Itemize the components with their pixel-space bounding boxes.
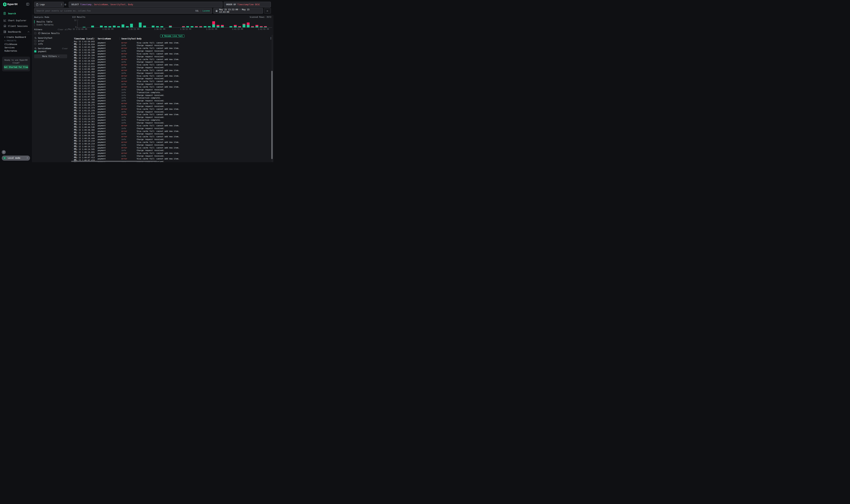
histogram-bar[interactable] bbox=[108, 26, 111, 28]
histogram-bar[interactable] bbox=[122, 24, 124, 28]
histogram-bar[interactable] bbox=[130, 24, 133, 28]
row-expand-icon[interactable]: › bbox=[72, 105, 74, 107]
mode-event-patterns[interactable]: Event Patterns bbox=[34, 23, 67, 26]
row-expand-icon[interactable]: › bbox=[72, 72, 74, 74]
sql-select-input[interactable]: SELECT Timestamp, ServiceName, SeverityT… bbox=[69, 2, 222, 7]
row-expand-icon[interactable]: › bbox=[72, 122, 74, 124]
sidebar-item-services[interactable]: Services bbox=[4, 47, 15, 49]
sidebar-item-clickhouse[interactable]: Clickhouse bbox=[4, 43, 17, 46]
histogram-bar[interactable] bbox=[199, 26, 202, 28]
sidebar-item-client-sessions[interactable]: Client Sessions bbox=[0, 24, 32, 28]
row-expand-icon[interactable]: › bbox=[72, 141, 74, 143]
column-header-timestamp[interactable]: Timestamp (Local) bbox=[74, 37, 94, 40]
create-dashboard-button[interactable]: + Create Dashboard bbox=[4, 36, 26, 38]
source-select[interactable]: Logs ▲▼ bbox=[34, 2, 64, 7]
row-expand-icon[interactable]: › bbox=[72, 61, 74, 63]
histogram-bar[interactable] bbox=[83, 27, 86, 28]
column-header-severitytext[interactable]: SeverityText bbox=[121, 37, 136, 40]
vertical-scrollbar[interactable] bbox=[272, 35, 273, 162]
row-expand-icon[interactable]: › bbox=[72, 48, 74, 49]
toggle-lucene[interactable]: Lucene bbox=[202, 10, 210, 12]
row-expand-icon[interactable]: › bbox=[72, 67, 74, 69]
histogram-bar[interactable] bbox=[251, 26, 254, 28]
row-expand-icon[interactable]: › bbox=[72, 139, 74, 140]
sidebar-item-chart-explorer[interactable]: Chart Explorer bbox=[0, 18, 32, 23]
row-expand-icon[interactable]: › bbox=[72, 78, 74, 79]
run-query-button[interactable]: ▷ bbox=[264, 8, 271, 14]
sidebar-collapse-icon[interactable] bbox=[26, 3, 29, 6]
row-expand-icon[interactable]: › bbox=[72, 64, 74, 66]
histogram-bar[interactable] bbox=[100, 25, 103, 28]
row-expand-icon[interactable]: › bbox=[72, 116, 74, 118]
row-expand-icon[interactable]: › bbox=[72, 56, 74, 57]
histogram-bar[interactable] bbox=[238, 26, 241, 28]
histogram-bar[interactable] bbox=[143, 25, 146, 28]
filter-group-clear-button[interactable]: Clear bbox=[62, 48, 68, 50]
histogram-bar[interactable] bbox=[186, 26, 189, 28]
row-expand-icon[interactable]: › bbox=[72, 89, 74, 91]
histogram-bar[interactable] bbox=[191, 26, 194, 28]
histogram-bar[interactable] bbox=[195, 26, 198, 28]
histogram-bar[interactable] bbox=[247, 22, 250, 28]
histogram-bar[interactable] bbox=[182, 26, 185, 28]
histogram-bar[interactable] bbox=[230, 26, 232, 28]
vertical-scrollbar-thumb[interactable] bbox=[271, 71, 273, 159]
more-filters-button[interactable]: More filters bbox=[34, 54, 67, 58]
sidebar-item-dashboards[interactable]: Dashboards bbox=[0, 30, 32, 34]
user-menu[interactable]: U Local mode bbox=[2, 156, 30, 161]
histogram-bar[interactable] bbox=[217, 25, 219, 28]
filter-checkbox-error[interactable] bbox=[34, 40, 36, 42]
row-expand-icon[interactable]: › bbox=[72, 58, 74, 60]
histogram-bar[interactable] bbox=[91, 25, 94, 28]
histogram-bar[interactable] bbox=[113, 25, 115, 28]
filter-checkbox-payment[interactable]: ✓ bbox=[34, 50, 36, 53]
help-button[interactable]: ? bbox=[2, 150, 6, 154]
row-expand-icon[interactable]: › bbox=[72, 125, 74, 126]
histogram-bar[interactable] bbox=[208, 26, 211, 28]
row-expand-icon[interactable]: › bbox=[72, 147, 74, 148]
column-resize-handle[interactable] bbox=[96, 37, 96, 40]
row-expand-icon[interactable]: › bbox=[72, 108, 74, 110]
time-range-picker[interactable]: May 15 13:32:00 - May 15 13:43:00 bbox=[213, 8, 263, 14]
row-expand-icon[interactable]: › bbox=[72, 136, 74, 138]
sidebar-item-kubernetes[interactable]: Kubernetes bbox=[4, 50, 17, 52]
column-header-servicename[interactable]: ServiceName bbox=[98, 37, 111, 40]
histogram-bar[interactable] bbox=[264, 26, 267, 28]
row-expand-icon[interactable]: › bbox=[72, 130, 74, 132]
row-expand-icon[interactable]: › bbox=[72, 150, 74, 151]
histogram-bar[interactable] bbox=[104, 26, 107, 28]
row-expand-icon[interactable]: › bbox=[72, 103, 74, 105]
row-expand-icon[interactable]: › bbox=[72, 155, 74, 157]
column-resize-handle[interactable] bbox=[120, 37, 120, 40]
histogram-bar[interactable] bbox=[117, 26, 120, 28]
histogram-bar[interactable] bbox=[126, 26, 129, 28]
histogram-bar[interactable] bbox=[160, 26, 163, 28]
histogram-bar[interactable] bbox=[234, 25, 237, 28]
row-expand-icon[interactable]: › bbox=[72, 144, 74, 146]
filter-option-label[interactable]: payment bbox=[38, 50, 47, 53]
row-expand-icon[interactable]: › bbox=[72, 50, 74, 52]
order-by-input[interactable]: ORDER BY TimestampTime DESC bbox=[224, 2, 271, 7]
row-expand-icon[interactable]: › bbox=[72, 97, 74, 99]
column-resize-handle[interactable] bbox=[135, 37, 135, 40]
histogram-bar[interactable] bbox=[242, 24, 246, 28]
row-expand-icon[interactable]: › bbox=[72, 133, 74, 135]
histogram-bar[interactable] bbox=[152, 25, 155, 28]
row-expand-icon[interactable]: › bbox=[72, 111, 74, 113]
row-expand-icon[interactable]: › bbox=[72, 44, 74, 47]
presets-toggle[interactable]: PRESETS bbox=[4, 40, 17, 42]
sidebar-item-search[interactable]: Search bbox=[0, 11, 32, 16]
table-row[interactable]: ›May 15 1:42:50.843 PMpaymenterrorVisa c… bbox=[71, 40, 269, 43]
row-expand-icon[interactable]: › bbox=[72, 42, 74, 43]
language-toggle[interactable]: SQL | Lucene bbox=[195, 10, 210, 12]
denoise-checkbox[interactable] bbox=[34, 32, 36, 34]
histogram-bar[interactable] bbox=[255, 25, 258, 28]
histogram-bar[interactable] bbox=[156, 26, 159, 28]
histogram-bar[interactable] bbox=[212, 21, 215, 28]
row-expand-icon[interactable]: › bbox=[72, 114, 74, 115]
row-expand-icon[interactable]: › bbox=[72, 83, 74, 85]
get-started-button[interactable]: Get Started for Free bbox=[4, 65, 28, 69]
row-expand-icon[interactable]: › bbox=[72, 158, 74, 160]
row-expand-icon[interactable]: › bbox=[72, 119, 74, 121]
row-expand-icon[interactable]: › bbox=[72, 80, 74, 82]
